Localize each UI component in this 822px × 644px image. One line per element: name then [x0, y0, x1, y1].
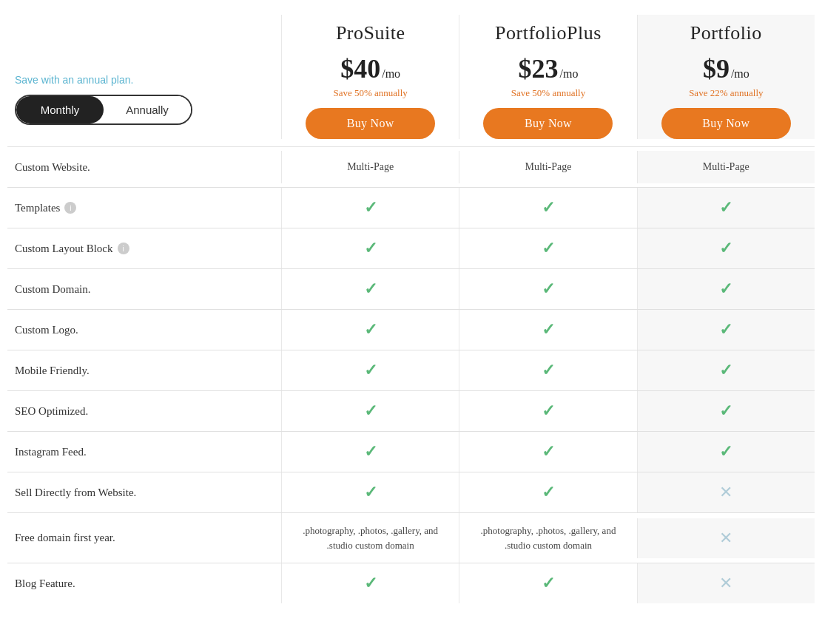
- feature-label-0: Custom Website.: [7, 151, 281, 184]
- cross-icon: ✕: [719, 529, 732, 548]
- info-icon[interactable]: i: [118, 243, 129, 254]
- feature-row: Custom Domain.✓✓✓: [7, 268, 815, 309]
- feature-cell-3-1: ✓: [459, 269, 636, 309]
- plan-price-block-portfolio: $9 /mo: [703, 53, 749, 84]
- check-icon: ✓: [364, 574, 377, 593]
- info-icon[interactable]: i: [64, 202, 76, 214]
- plan-price-portfolioplus: $23: [519, 53, 559, 84]
- feature-label-9: Free domain first year.: [7, 521, 281, 555]
- check-icon: ✓: [542, 320, 555, 339]
- check-icon: ✓: [719, 442, 732, 461]
- feature-cell-0-1: Multi-Page: [459, 151, 636, 183]
- check-icon: ✓: [719, 401, 732, 421]
- plan-header-portfolioplus: PortfolioPlus $23 /mo Save 50% annually …: [459, 15, 636, 139]
- feature-cell-7-0: ✓: [281, 432, 459, 472]
- feature-cell-2-0: ✓: [281, 228, 459, 268]
- domain-text: .photography, .photos, .gallery, and .st…: [467, 523, 629, 552]
- plan-name-portfolio: Portfolio: [690, 22, 762, 44]
- feature-cell-8-1: ✓: [459, 472, 636, 512]
- check-icon: ✓: [542, 279, 555, 299]
- feature-label-10: Blog Feature.: [7, 567, 281, 600]
- check-icon: ✓: [719, 361, 732, 380]
- check-icon: ✓: [542, 361, 555, 380]
- feature-label-3: Custom Domain.: [7, 273, 281, 306]
- feature-cell-5-2: ✓: [637, 350, 815, 390]
- check-icon: ✓: [542, 239, 555, 258]
- check-icon: ✓: [719, 198, 732, 217]
- plan-price-block-prosuite: $40 /mo: [340, 53, 400, 84]
- feature-cell-10-1: ✓: [459, 563, 636, 603]
- feature-cell-8-2: ✕: [637, 472, 815, 512]
- save-annual-link[interactable]: Save with an annual plan.: [15, 74, 133, 86]
- feature-cell-6-2: ✓: [637, 391, 815, 431]
- feature-cell-2-1: ✓: [459, 228, 636, 268]
- feature-cell-1-2: ✓: [637, 188, 815, 228]
- check-icon: ✓: [364, 483, 377, 502]
- check-icon: ✓: [542, 574, 555, 593]
- pricing-table: Save with an annual plan. Monthly Annual…: [0, 0, 822, 644]
- check-icon: ✓: [364, 198, 377, 217]
- plan-name-prosuite: ProSuite: [336, 22, 405, 44]
- plan-period-portfolio: /mo: [731, 67, 749, 81]
- domain-text: .photography, .photos, .gallery, and .st…: [289, 523, 451, 552]
- buy-btn-portfolio[interactable]: Buy Now: [661, 108, 791, 139]
- feature-cell-6-1: ✓: [459, 391, 636, 431]
- feature-cell-3-0: ✓: [281, 269, 459, 309]
- feature-row: SEO Optimized.✓✓✓: [7, 390, 815, 431]
- monthly-toggle-btn[interactable]: Monthly: [16, 96, 104, 123]
- check-icon: ✓: [364, 442, 377, 461]
- header-row: Save with an annual plan. Monthly Annual…: [7, 15, 815, 146]
- cross-icon: ✕: [719, 483, 732, 502]
- feature-cell-1-1: ✓: [459, 188, 636, 228]
- annually-toggle-btn[interactable]: Annually: [104, 96, 191, 123]
- feature-label-1: Templatesi: [7, 191, 281, 225]
- check-icon: ✓: [542, 442, 555, 461]
- check-icon: ✓: [542, 401, 555, 421]
- feature-cell-8-0: ✓: [281, 472, 459, 512]
- feature-cell-7-2: ✓: [637, 432, 815, 472]
- check-icon: ✓: [719, 320, 732, 339]
- check-icon: ✓: [364, 279, 377, 299]
- plan-period-prosuite: /mo: [382, 67, 400, 81]
- check-icon: ✓: [364, 239, 377, 258]
- feature-row: Sell Directly from Website.✓✓✕: [7, 472, 815, 512]
- plan-name-portfolioplus: PortfolioPlus: [495, 22, 602, 44]
- plan-save-prosuite: Save 50% annually: [333, 87, 407, 99]
- plan-header-prosuite: ProSuite $40 /mo Save 50% annually Buy N…: [281, 15, 459, 139]
- feature-cell-10-2: ✕: [637, 563, 815, 603]
- feature-row: Free domain first year..photography, .ph…: [7, 512, 815, 563]
- left-header: Save with an annual plan. Monthly Annual…: [7, 15, 281, 125]
- feature-cell-0-2: Multi-Page: [637, 151, 815, 183]
- feature-cell-9-0: .photography, .photos, .gallery, and .st…: [281, 513, 459, 563]
- billing-toggle: Monthly Annually: [15, 95, 192, 125]
- feature-label-2: Custom Layout Blocki: [7, 232, 281, 265]
- plan-price-portfolio: $9: [703, 53, 730, 84]
- plan-period-portfolioplus: /mo: [560, 67, 579, 81]
- feature-row: Mobile Friendly.✓✓✓: [7, 350, 815, 390]
- check-icon: ✓: [719, 239, 732, 258]
- buy-btn-prosuite[interactable]: Buy Now: [306, 108, 435, 139]
- feature-label-5: Mobile Friendly.: [7, 354, 281, 387]
- feature-row: Custom Logo.✓✓✓: [7, 309, 815, 350]
- feature-label-7: Instagram Feed.: [7, 435, 281, 469]
- check-icon: ✓: [364, 320, 377, 339]
- feature-label-4: Custom Logo.: [7, 313, 281, 347]
- check-icon: ✓: [542, 198, 555, 217]
- feature-cell-0-0: Multi-Page: [281, 151, 459, 183]
- feature-cell-1-0: ✓: [281, 188, 459, 228]
- feature-cell-6-0: ✓: [281, 391, 459, 431]
- feature-cell-4-0: ✓: [281, 310, 459, 350]
- feature-row: Instagram Feed.✓✓✓: [7, 431, 815, 472]
- plan-header-portfolio: Portfolio $9 /mo Save 22% annually Buy N…: [637, 15, 815, 139]
- feature-cell-3-2: ✓: [637, 269, 815, 309]
- feature-cell-9-2: ✕: [637, 518, 815, 558]
- feature-label-6: SEO Optimized.: [7, 395, 281, 428]
- feature-row: Custom Layout Blocki✓✓✓: [7, 228, 815, 268]
- cross-icon: ✕: [719, 574, 732, 593]
- feature-cell-9-1: .photography, .photos, .gallery, and .st…: [459, 513, 636, 563]
- buy-btn-portfolioplus[interactable]: Buy Now: [483, 108, 613, 139]
- feature-cell-4-2: ✓: [637, 310, 815, 350]
- plan-price-prosuite: $40: [340, 53, 380, 84]
- plan-save-portfolioplus: Save 50% annually: [511, 87, 585, 99]
- check-icon: ✓: [719, 279, 732, 299]
